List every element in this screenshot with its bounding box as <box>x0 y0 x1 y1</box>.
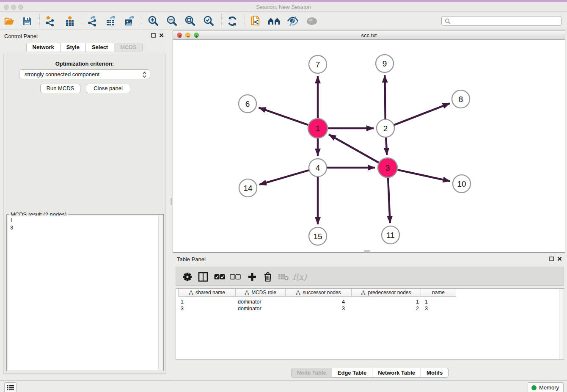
cell-mcds-role[interactable]: dominator <box>236 305 286 312</box>
graph-edge-3-10[interactable] <box>397 170 450 181</box>
tab-network-table[interactable]: Network Table <box>372 368 421 378</box>
close-panel-icon[interactable] <box>557 257 562 261</box>
tab-node-table[interactable]: Node Table <box>291 368 332 378</box>
graph-edge-4-14[interactable] <box>259 170 309 185</box>
graph-edge-1-6[interactable] <box>259 108 308 125</box>
toolbar-separator <box>39 14 40 28</box>
search-input[interactable] <box>452 17 559 25</box>
graph-edge-3-11[interactable] <box>388 178 390 223</box>
tab-select[interactable]: Select <box>86 43 114 52</box>
table-row[interactable]: 1 dominator 4 1 1 <box>178 298 456 305</box>
tab-edge-table[interactable]: Edge Table <box>332 368 372 378</box>
table-tabs: Node Table Edge Table Network Table Moti… <box>173 368 567 378</box>
graph-edge-2-3[interactable] <box>386 138 387 155</box>
graph-edge-3-1[interactable] <box>329 135 379 163</box>
clone-network-icon[interactable] <box>249 15 262 28</box>
node-table[interactable]: shared name MCDS role successor nodes pr… <box>176 288 564 360</box>
toolbar-separator <box>221 14 222 28</box>
close-panel-button[interactable]: Close panel <box>86 84 130 93</box>
task-history-button[interactable] <box>4 382 17 392</box>
memory-status-icon <box>531 385 537 390</box>
zoom-fit-icon[interactable] <box>184 15 196 28</box>
network-window-titlebar[interactable]: scc.txt <box>173 30 565 40</box>
zoom-in-icon[interactable] <box>147 15 160 28</box>
create-column-plus-icon[interactable] <box>246 271 258 283</box>
network-canvas[interactable]: 7968124314101511 <box>173 40 565 252</box>
zoom-out-icon[interactable] <box>165 15 178 28</box>
save-session-icon[interactable] <box>21 15 33 28</box>
cell-successor-nodes[interactable]: 3 <box>286 305 352 312</box>
cell-shared-name[interactable]: 3 <box>178 305 236 312</box>
column-header-mcds-role[interactable]: MCDS role <box>236 289 286 297</box>
run-mcds-button[interactable]: Run MCDS <box>40 84 80 93</box>
select-all-columns-icon[interactable] <box>214 271 226 283</box>
graph-edge-2-8[interactable] <box>394 103 450 125</box>
column-header-name[interactable]: name <box>421 289 456 297</box>
vertical-splitter[interactable] <box>169 30 173 380</box>
open-session-icon[interactable] <box>3 15 16 28</box>
graph-node-label-6: 6 <box>245 99 250 108</box>
result-scrollbar[interactable] <box>158 215 162 370</box>
mcds-result-textarea[interactable]: 1 3 <box>8 215 158 370</box>
float-panel-icon[interactable] <box>549 257 554 261</box>
tab-motifs[interactable]: Motifs <box>421 368 449 378</box>
network-graph[interactable]: 7968124314101511 <box>173 40 565 252</box>
window-title: Session: New Session <box>0 4 567 10</box>
cell-successor-nodes[interactable]: 4 <box>286 298 352 305</box>
hierarchy-icon <box>296 290 300 295</box>
optimization-criterion-label: Optimization criterion: <box>4 61 165 67</box>
close-panel-icon[interactable] <box>159 33 164 38</box>
select-stepper-icon <box>142 71 147 78</box>
delete-column-trash-icon[interactable] <box>262 271 274 283</box>
tab-style[interactable]: Style <box>61 43 86 52</box>
cell-name[interactable]: 1 <box>421 298 456 305</box>
graph-edge-2-9[interactable] <box>385 75 385 119</box>
memory-button[interactable]: Memory <box>528 382 564 392</box>
hierarchy-icon <box>361 290 366 295</box>
cell-mcds-role[interactable]: dominator <box>236 298 286 305</box>
view-resize-grip[interactable] <box>364 250 370 252</box>
column-header-shared-name[interactable]: shared name <box>178 289 236 297</box>
application-window: Session: New Session <box>0 2 567 392</box>
cell-predecessor-nodes[interactable]: 2 <box>352 305 421 312</box>
column-header-successor-nodes[interactable]: successor nodes <box>286 289 352 297</box>
network-view-window: scc.txt 7968124314101511 <box>173 30 565 253</box>
selected-criterion-value: strongly connected component <box>25 71 99 77</box>
export-network-icon[interactable] <box>86 15 99 28</box>
hide-graphics-details-icon[interactable] <box>286 15 299 28</box>
tab-network[interactable]: Network <box>26 43 61 52</box>
graph-node-label-10: 10 <box>457 179 466 188</box>
unselect-all-columns-icon[interactable] <box>229 271 241 283</box>
splitter-grip[interactable] <box>170 198 172 205</box>
cell-name[interactable]: 3 <box>421 305 456 312</box>
main-titlebar: Session: New Session <box>0 2 567 12</box>
import-table-icon[interactable] <box>63 15 76 28</box>
hierarchy-icon <box>245 290 249 295</box>
table-scrollbar[interactable] <box>559 289 563 359</box>
network-view-title: scc.txt <box>173 32 565 39</box>
optimization-criterion-select[interactable]: strongly connected component <box>19 69 150 79</box>
zoom-selected-icon[interactable] <box>202 15 215 28</box>
delete-table-icon[interactable] <box>278 271 289 283</box>
list-icon <box>7 385 14 391</box>
table-toolbar: f(x) <box>176 267 564 286</box>
export-table-icon[interactable] <box>105 15 117 28</box>
first-neighbors-icon[interactable] <box>268 15 281 28</box>
table-row[interactable]: 3 dominator 3 2 3 <box>178 305 456 312</box>
cell-shared-name[interactable]: 1 <box>178 298 236 305</box>
show-graphics-details-icon[interactable] <box>306 15 318 28</box>
graph-node-label-8: 8 <box>459 95 463 104</box>
import-network-icon[interactable] <box>44 15 57 28</box>
table-settings-gear-icon[interactable] <box>182 271 193 283</box>
tab-mcds[interactable]: MCDS <box>114 43 143 52</box>
table-header-row: shared name MCDS role successor nodes pr… <box>178 289 456 297</box>
refresh-icon[interactable] <box>226 15 239 28</box>
function-builder-icon[interactable]: f(x) <box>294 271 306 283</box>
column-browser-icon[interactable] <box>197 271 209 283</box>
cell-predecessor-nodes[interactable]: 1 <box>352 298 421 305</box>
graph-node-label-11: 11 <box>386 231 395 240</box>
export-image-icon[interactable] <box>123 15 136 28</box>
column-header-predecessor-nodes[interactable]: predecessor nodes <box>352 289 421 297</box>
float-panel-icon[interactable] <box>151 33 156 38</box>
control-panel-title: Control Panel <box>4 33 38 39</box>
